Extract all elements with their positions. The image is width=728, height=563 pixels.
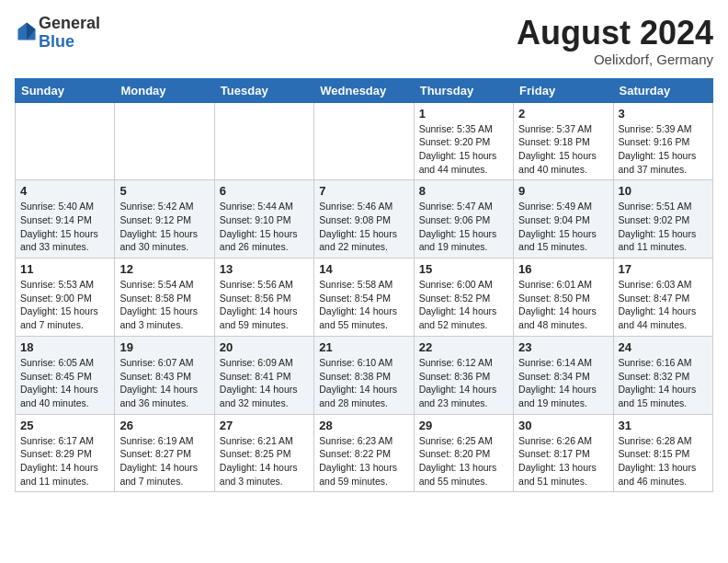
calendar-cell: 14Sunrise: 5:58 AM Sunset: 8:54 PM Dayli… [314,259,414,337]
day-info: Sunrise: 6:21 AM Sunset: 8:25 PM Dayligh… [220,434,309,488]
day-number: 17 [619,262,708,276]
weekday-header-monday: Monday [115,78,214,102]
calendar-cell: 16Sunrise: 6:01 AM Sunset: 8:50 PM Dayli… [514,259,613,337]
weekday-header-saturday: Saturday [613,78,712,102]
day-info: Sunrise: 6:10 AM Sunset: 8:38 PM Dayligh… [319,356,408,410]
calendar-week-row: 25Sunrise: 6:17 AM Sunset: 8:29 PM Dayli… [16,414,713,492]
day-number: 24 [619,340,708,354]
day-number: 15 [419,262,508,276]
calendar-cell [16,102,115,180]
day-number: 1 [419,107,508,121]
day-number: 18 [20,340,109,354]
calendar-cell: 7Sunrise: 5:46 AM Sunset: 9:08 PM Daylig… [314,180,414,259]
day-number: 4 [20,184,109,198]
day-info: Sunrise: 6:03 AM Sunset: 8:47 PM Dayligh… [619,278,708,332]
day-info: Sunrise: 6:00 AM Sunset: 8:52 PM Dayligh… [419,278,508,332]
day-number: 7 [319,184,408,198]
calendar-table: SundayMondayTuesdayWednesdayThursdayFrid… [15,78,713,493]
day-info: Sunrise: 5:44 AM Sunset: 9:10 PM Dayligh… [220,200,309,254]
calendar-cell: 30Sunrise: 6:26 AM Sunset: 8:17 PM Dayli… [514,414,613,492]
day-number: 21 [319,340,408,354]
logo-blue-text: Blue [39,32,74,51]
calendar-cell: 20Sunrise: 6:09 AM Sunset: 8:41 PM Dayli… [214,336,313,414]
calendar-cell: 27Sunrise: 6:21 AM Sunset: 8:25 PM Dayli… [214,414,313,492]
calendar-cell: 23Sunrise: 6:14 AM Sunset: 8:34 PM Dayli… [514,336,613,414]
generalblue-icon [17,21,37,41]
calendar-cell: 21Sunrise: 6:10 AM Sunset: 8:38 PM Dayli… [314,336,414,414]
calendar-cell: 19Sunrise: 6:07 AM Sunset: 8:43 PM Dayli… [115,336,214,414]
day-number: 25 [20,419,109,432]
day-info: Sunrise: 6:07 AM Sunset: 8:43 PM Dayligh… [119,356,209,410]
day-info: Sunrise: 5:46 AM Sunset: 9:08 PM Dayligh… [319,200,408,254]
weekday-header-friday: Friday [514,78,613,102]
day-number: 6 [220,184,309,198]
month-year-title: August 2024 [517,15,713,52]
calendar-week-row: 11Sunrise: 5:53 AM Sunset: 9:00 PM Dayli… [16,259,713,337]
calendar-cell: 5Sunrise: 5:42 AM Sunset: 9:12 PM Daylig… [115,180,214,259]
day-number: 8 [419,184,508,198]
day-info: Sunrise: 5:47 AM Sunset: 9:06 PM Dayligh… [419,200,508,254]
calendar-cell: 2Sunrise: 5:37 AM Sunset: 9:18 PM Daylig… [514,102,613,180]
day-info: Sunrise: 5:53 AM Sunset: 9:00 PM Dayligh… [20,278,109,332]
day-info: Sunrise: 6:12 AM Sunset: 8:36 PM Dayligh… [419,356,508,410]
day-info: Sunrise: 6:28 AM Sunset: 8:15 PM Dayligh… [619,434,708,488]
day-info: Sunrise: 5:58 AM Sunset: 8:54 PM Dayligh… [319,278,408,332]
day-number: 22 [419,340,508,354]
day-info: Sunrise: 5:49 AM Sunset: 9:04 PM Dayligh… [518,200,608,254]
calendar-cell: 26Sunrise: 6:19 AM Sunset: 8:27 PM Dayli… [115,414,214,492]
day-info: Sunrise: 5:39 AM Sunset: 9:16 PM Dayligh… [619,122,708,177]
calendar-cell: 4Sunrise: 5:40 AM Sunset: 9:14 PM Daylig… [16,180,115,259]
calendar-cell: 22Sunrise: 6:12 AM Sunset: 8:36 PM Dayli… [414,336,513,414]
calendar-cell: 24Sunrise: 6:16 AM Sunset: 8:32 PM Dayli… [613,336,712,414]
calendar-cell: 3Sunrise: 5:39 AM Sunset: 9:16 PM Daylig… [613,102,712,180]
calendar-cell: 28Sunrise: 6:23 AM Sunset: 8:22 PM Dayli… [314,414,414,492]
weekday-header-tuesday: Tuesday [214,78,313,102]
day-info: Sunrise: 5:35 AM Sunset: 9:20 PM Dayligh… [419,122,508,177]
day-number: 14 [319,262,408,276]
calendar-cell: 17Sunrise: 6:03 AM Sunset: 8:47 PM Dayli… [613,259,712,337]
weekday-header-sunday: Sunday [16,78,115,102]
calendar-cell: 15Sunrise: 6:00 AM Sunset: 8:52 PM Dayli… [414,259,513,337]
calendar-cell [214,102,313,180]
day-number: 29 [419,419,508,432]
calendar-cell [115,102,214,180]
day-info: Sunrise: 5:56 AM Sunset: 8:56 PM Dayligh… [220,278,309,332]
calendar-cell: 18Sunrise: 6:05 AM Sunset: 8:45 PM Dayli… [16,336,115,414]
page-header: General Blue August 2024 Oelixdorf, Germ… [15,15,713,67]
day-info: Sunrise: 6:16 AM Sunset: 8:32 PM Dayligh… [619,356,708,410]
day-info: Sunrise: 5:42 AM Sunset: 9:12 PM Dayligh… [119,200,209,254]
calendar-cell: 9Sunrise: 5:49 AM Sunset: 9:04 PM Daylig… [514,180,613,259]
day-number: 23 [518,340,608,354]
day-number: 10 [619,184,708,198]
day-number: 13 [220,262,309,276]
day-info: Sunrise: 6:14 AM Sunset: 8:34 PM Dayligh… [518,356,608,410]
day-number: 30 [518,419,608,432]
day-number: 31 [619,419,708,432]
logo: General Blue [15,15,100,52]
day-info: Sunrise: 5:51 AM Sunset: 9:02 PM Dayligh… [619,200,708,254]
location-subtitle: Oelixdorf, Germany [517,52,713,67]
day-info: Sunrise: 6:26 AM Sunset: 8:17 PM Dayligh… [518,434,608,488]
day-number: 27 [220,419,309,432]
calendar-cell: 25Sunrise: 6:17 AM Sunset: 8:29 PM Dayli… [16,414,115,492]
calendar-week-row: 18Sunrise: 6:05 AM Sunset: 8:45 PM Dayli… [16,336,713,414]
day-info: Sunrise: 6:01 AM Sunset: 8:50 PM Dayligh… [518,278,608,332]
calendar-week-row: 4Sunrise: 5:40 AM Sunset: 9:14 PM Daylig… [16,180,713,259]
day-info: Sunrise: 5:37 AM Sunset: 9:18 PM Dayligh… [518,122,608,177]
calendar-cell: 13Sunrise: 5:56 AM Sunset: 8:56 PM Dayli… [214,259,313,337]
calendar-week-row: 1Sunrise: 5:35 AM Sunset: 9:20 PM Daylig… [16,102,713,180]
day-number: 20 [220,340,309,354]
calendar-cell: 1Sunrise: 5:35 AM Sunset: 9:20 PM Daylig… [414,102,513,180]
calendar-cell: 31Sunrise: 6:28 AM Sunset: 8:15 PM Dayli… [613,414,712,492]
logo-general-text: General [39,14,100,32]
day-number: 9 [518,184,608,198]
calendar-cell: 6Sunrise: 5:44 AM Sunset: 9:10 PM Daylig… [214,180,313,259]
day-info: Sunrise: 6:25 AM Sunset: 8:20 PM Dayligh… [419,434,508,488]
calendar-cell: 29Sunrise: 6:25 AM Sunset: 8:20 PM Dayli… [414,414,513,492]
day-number: 26 [119,419,209,432]
day-info: Sunrise: 6:05 AM Sunset: 8:45 PM Dayligh… [20,356,109,410]
day-number: 2 [518,107,608,121]
day-number: 11 [20,262,109,276]
day-info: Sunrise: 6:17 AM Sunset: 8:29 PM Dayligh… [20,434,109,488]
day-number: 5 [119,184,209,198]
